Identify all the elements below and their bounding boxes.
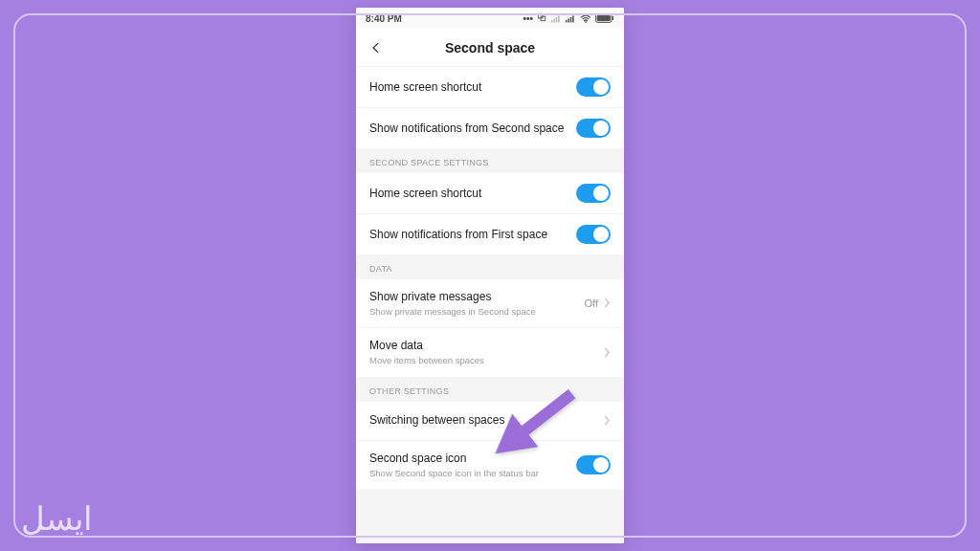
wifi-icon (580, 14, 591, 23)
row-label: Home screen shortcut (369, 80, 567, 95)
row-move-data[interactable]: Move data Move items between spaces (356, 328, 624, 376)
chevron-right-icon (604, 412, 611, 430)
section-settings: Home screen shortcut Show notifications … (356, 173, 624, 254)
signal-icon (551, 14, 562, 23)
svg-rect-9 (572, 15, 574, 22)
signal-icon-2 (566, 14, 576, 23)
toggle-home-shortcut-1[interactable] (576, 77, 611, 97)
settings-content[interactable]: Home screen shortcut Show notifications … (356, 67, 624, 543)
svg-point-10 (585, 21, 587, 23)
row-label: Show notifications from First space (369, 228, 567, 242)
toggle-home-shortcut-2[interactable] (576, 184, 611, 203)
svg-rect-8 (570, 16, 572, 22)
row-show-notif-second[interactable]: Show notifications from Second space (356, 108, 624, 148)
toggle-show-notif-first[interactable] (576, 225, 611, 244)
toggle-second-space-icon[interactable] (576, 455, 611, 474)
section-other: Switching between spaces Second space ic… (356, 402, 624, 489)
svg-rect-7 (568, 18, 569, 22)
section-heading-settings: SECOND SPACE SETTINGS (356, 148, 624, 173)
toggle-show-notif-second[interactable] (576, 119, 611, 138)
dual-apps-icon (537, 12, 547, 25)
svg-rect-12 (597, 15, 611, 22)
stage: ایسل 8:40 PM ••• (0, 0, 980, 551)
svg-rect-2 (551, 20, 553, 22)
row-home-shortcut-2[interactable]: Home screen shortcut (356, 173, 624, 214)
row-label: Move data (369, 339, 594, 353)
row-home-shortcut-1[interactable]: Home screen shortcut (356, 67, 624, 108)
svg-rect-5 (558, 15, 560, 22)
row-label: Second space icon (369, 452, 567, 466)
row-sublabel: Show Second space icon in the status bar (369, 468, 567, 478)
row-value: Off (585, 298, 598, 309)
row-sublabel: Move items between spaces (369, 355, 594, 365)
section-heading-data: DATA (356, 254, 624, 279)
battery-icon (595, 13, 614, 23)
status-icons: ••• (523, 12, 614, 25)
row-label: Show notifications from Second space (369, 121, 567, 136)
chevron-right-icon (604, 295, 611, 312)
watermark-text: ایسل (21, 499, 92, 538)
row-sublabel: Show private messages in Second space (369, 306, 575, 317)
status-time: 8:40 PM (366, 13, 402, 24)
svg-rect-6 (566, 20, 568, 22)
chevron-right-icon (604, 344, 611, 362)
svg-rect-3 (553, 18, 555, 22)
title-bar: Second space (356, 29, 624, 67)
page-title: Second space (356, 40, 624, 55)
row-show-notif-first[interactable]: Show notifications from First space (356, 214, 624, 254)
row-switching-spaces[interactable]: Switching between spaces (356, 402, 624, 441)
more-icon: ••• (523, 13, 533, 24)
section-data: Show private messages Show private messa… (356, 279, 624, 377)
row-label: Show private messages (369, 290, 575, 304)
back-button[interactable] (366, 37, 387, 58)
row-label: Switching between spaces (369, 413, 594, 428)
svg-rect-13 (612, 16, 614, 20)
section-heading-other: OTHER SETTINGS (356, 377, 624, 402)
svg-rect-4 (556, 16, 558, 22)
row-label: Home screen shortcut (369, 187, 567, 201)
status-bar: 8:40 PM ••• (356, 8, 624, 29)
section-top: Home screen shortcut Show notifications … (356, 67, 624, 148)
row-second-space-icon[interactable]: Second space icon Show Second space icon… (356, 441, 624, 489)
row-show-private-messages[interactable]: Show private messages Show private messa… (356, 279, 624, 328)
phone-screen: 8:40 PM ••• (356, 8, 624, 543)
